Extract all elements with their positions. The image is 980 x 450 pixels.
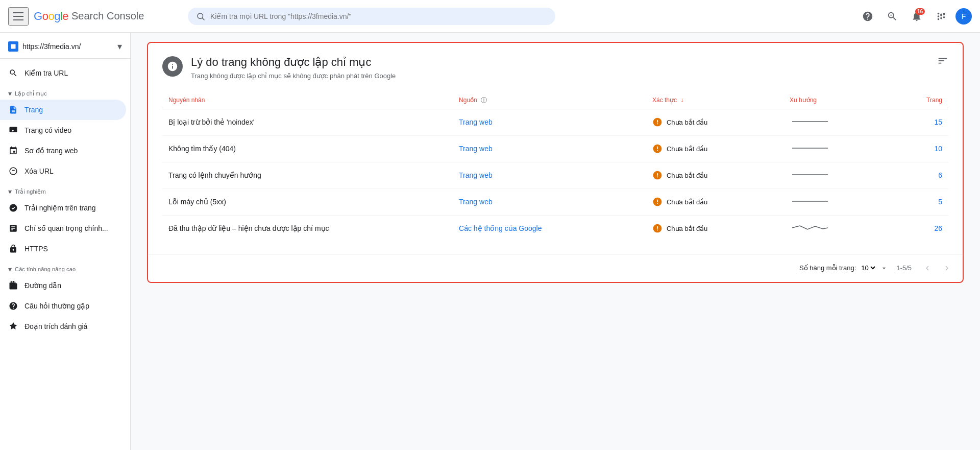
cell-xu-huong [783,135,891,162]
hamburger-menu[interactable] [8,7,29,26]
card-subtitle: Trang không được lập chỉ mục sẽ không đư… [191,72,396,80]
sidebar-item-kiemtra-url-label: Kiểm tra URL [24,69,68,77]
sidebar-item-xoa-url[interactable]: Xóa URL [0,161,126,181]
cell-trang: 26 [891,215,948,242]
cell-nguon: Các hệ thống của Google [453,215,646,242]
rows-per-page-select[interactable]: 10 25 50 [859,264,877,272]
col-xu-huong: Xu hướng [783,92,891,109]
sidebar-item-sitemap-label: Sơ đồ trang web [24,147,78,155]
lock-icon [8,244,18,254]
status-label: Chưa bắt đầu [667,172,707,179]
status-warning-icon [652,170,663,180]
site-selector[interactable]: https://3fmedia.vn/ ▾ [0,37,130,59]
next-arrow-icon [942,264,951,273]
status-label: Chưa bắt đầu [667,145,707,153]
apps-button[interactable] [931,6,951,27]
app-header: Google Search Console 16 F [0,0,980,33]
svg-rect-2 [10,127,17,132]
svg-point-0 [198,13,203,19]
status-warning-icon [652,144,663,154]
cell-xac-thuc: Chưa bắt đầu [646,215,783,242]
search-input[interactable] [210,12,547,20]
cell-trang: 6 [891,162,948,188]
avatar[interactable]: F [955,8,972,25]
sidebar-item-chi-so[interactable]: Chỉ số quan trọng chính... [0,218,126,239]
cell-xac-thuc: Chưa bắt đầu [646,162,783,188]
sidebar-item-kiemtra-url[interactable]: Kiểm tra URL [0,63,126,83]
sidebar-item-chi-so-label: Chỉ số quan trọng chính... [24,224,108,232]
rows-per-page: Số hàng mỗi trang: 10 25 50 [799,264,888,272]
status-label: Chưa bắt đầu [667,198,707,206]
sidebar-item-xoa-url-label: Xóa URL [24,167,54,175]
nguon-help-icon[interactable]: ⓘ [481,97,487,104]
status-warning-icon [652,223,663,233]
prev-arrow-icon [923,264,932,273]
status-label: Chưa bắt đầu [667,119,707,126]
notification-badge: 16 [915,8,925,15]
card-title: Lý do trang không được lập chỉ mục [191,55,396,70]
cell-xac-thuc: Chưa bắt đầu [646,188,783,215]
pagination-row: Số hàng mỗi trang: 10 25 50 1-5/5 [148,254,963,282]
chart-icon [8,223,18,233]
prev-page-button[interactable] [920,260,935,276]
sidebar-item-video-label: Trang có video [24,126,71,134]
site-icon [8,41,18,52]
search-bar[interactable] [188,8,555,25]
table-header: Nguyên nhân Nguồn ⓘ Xác thực ↓ Xu hướng [162,92,948,109]
google-logo-text: Google [34,10,68,23]
cell-xu-huong [783,162,891,188]
header-left: Google Search Console [8,7,182,26]
next-page-button[interactable] [939,260,954,276]
sidebar-item-trang[interactable]: Trang [0,100,126,120]
info-icon [167,61,178,72]
sidebar-item-trai-nghiem-tren-trang[interactable]: Trải nghiệm trên trang [0,198,126,218]
site-chevron-icon: ▾ [117,41,122,52]
sidebar-item-doan-trich[interactable]: Đoạn trích đánh giá [0,316,126,337]
index-reasons-card: Lý do trang không được lập chỉ mục Trang… [147,42,964,283]
sidebar-item-trai-nghiem-label: Trải nghiệm trên trang [24,204,96,212]
cell-trang: 10 [891,135,948,162]
card-title-text-block: Lý do trang không được lập chỉ mục Trang… [191,55,396,80]
sidebar-item-trang-co-video[interactable]: Trang có video [0,120,126,140]
col-xac-thuc[interactable]: Xác thực ↓ [646,92,783,109]
section-trai-nghiem: ▾ Trải nghiệm [0,181,130,198]
cell-nguyen-nhan: Đã thu thập dữ liệu – hiện chưa được lập… [162,215,453,242]
cell-nguon: Trang web [453,162,646,188]
sidebar-item-cau-hoi[interactable]: Câu hỏi thường gặp [0,296,126,316]
sidebar-item-doan-trich-label: Đoạn trích đánh giá [24,322,87,330]
search-icon [196,12,205,21]
sidebar-item-https[interactable]: HTTPS [0,239,126,259]
help-button[interactable] [857,6,878,27]
notifications-button[interactable]: 16 [906,6,927,27]
cell-nguyen-nhan: Trang có lệnh chuyển hướng [162,162,453,188]
experience-icon [8,203,18,213]
cell-nguon: Trang web [453,109,646,135]
info-icon-circle [162,56,183,77]
page-range: 1-5/5 [896,264,912,272]
col-nguon: Nguồn ⓘ [453,92,646,109]
remove-icon [8,166,18,176]
rows-select-chevron-icon [880,264,888,272]
svg-line-1 [202,18,204,20]
card-title-row: Lý do trang không được lập chỉ mục Trang… [162,55,948,80]
user-search-button[interactable] [882,6,902,27]
cell-xac-thuc: Chưa bắt đầu [646,135,783,162]
status-warning-icon [652,117,663,127]
sidebar-item-https-label: HTTPS [24,245,48,253]
section-tinh-nang: ▾ Các tính năng nâng cao [0,259,130,275]
search-console-logo-text: Search Console [71,10,144,22]
trend-chart [790,223,830,233]
trend-chart [790,143,830,153]
table-body: Bị loại trừ bởi thẻ 'noindex' Trang web … [162,109,948,242]
filter-button[interactable] [937,55,948,69]
sort-arrow-icon: ↓ [680,97,683,104]
main-content: Lập chỉ mục trang XUẤT Lý do trang không… [131,0,980,417]
trend-chart [790,170,830,180]
cell-trang: 15 [891,109,948,135]
sidebar-item-so-do-trang-web[interactable]: Sơ đồ trang web [0,140,126,161]
sitemap-icon [8,146,18,156]
sidebar-item-duong-dan[interactable]: Đường dẫn [0,275,126,296]
status-warning-icon [652,197,663,207]
cell-nguyen-nhan: Bị loại trừ bởi thẻ 'noindex' [162,109,453,135]
sidebar-item-duong-dan-label: Đường dẫn [24,281,61,290]
